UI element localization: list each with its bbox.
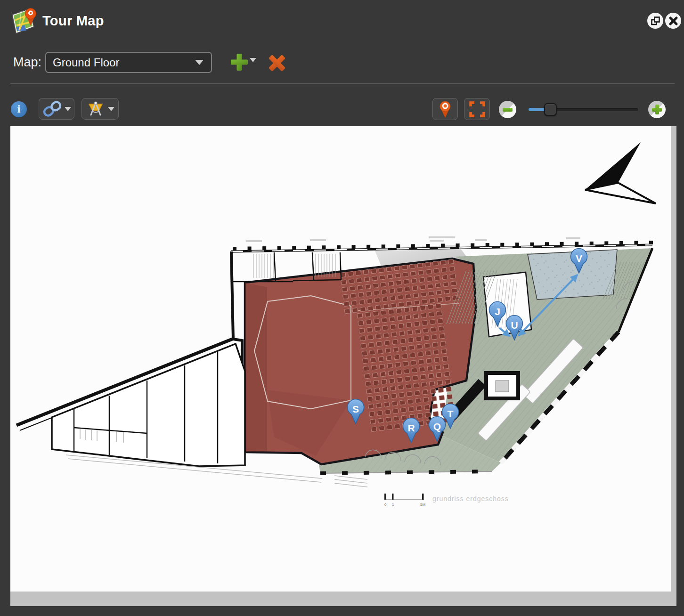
map-viewport[interactable]: 0 1 5M grundriss erdgeschoss VJUSRQT xyxy=(10,126,671,592)
floor-plan-canvas[interactable]: 0 1 5M grundriss erdgeschoss VJUSRQT xyxy=(10,126,671,592)
svg-text:R: R xyxy=(407,422,415,433)
fit-view-button[interactable] xyxy=(464,98,490,120)
north-arrow-icon xyxy=(585,142,656,203)
chevron-down-icon xyxy=(195,60,204,65)
tour-map-window: { "window": { "title": "Tour Map" }, "ma… xyxy=(0,0,684,616)
add-marker-button[interactable] xyxy=(432,98,458,120)
info-button[interactable]: i xyxy=(11,101,27,117)
map-label: Map: xyxy=(13,41,41,83)
svg-text:J: J xyxy=(495,306,500,317)
fit-view-icon xyxy=(469,101,486,118)
zoom-in-icon xyxy=(652,105,662,114)
chevron-down-icon xyxy=(108,107,114,111)
svg-text:U: U xyxy=(511,320,518,331)
svg-text:V: V xyxy=(576,253,582,264)
orange-pin-icon xyxy=(437,100,453,119)
duplicate-window-icon xyxy=(651,16,660,26)
chevron-down-icon xyxy=(250,58,256,62)
horizontal-scrollbar[interactable] xyxy=(10,592,676,606)
vertical-scrollbar[interactable] xyxy=(671,126,676,592)
window-title: Tour Map xyxy=(42,0,104,41)
zoom-slider-handle[interactable] xyxy=(544,103,557,116)
svg-text:1: 1 xyxy=(392,503,394,507)
plan-annotation-smudges xyxy=(246,236,580,242)
map-dropdown[interactable]: Ground Floor xyxy=(45,52,212,73)
svg-text:S: S xyxy=(352,404,359,414)
close-icon xyxy=(668,16,678,26)
plan-caption: grundriss erdgeschoss xyxy=(432,495,509,503)
zoom-out-icon xyxy=(503,108,513,112)
zoom-slider[interactable] xyxy=(529,101,638,118)
map-dropdown-value: Ground Floor xyxy=(46,56,195,69)
chevron-down-icon xyxy=(65,107,71,111)
auditorium xyxy=(245,259,476,464)
tour-map-icon xyxy=(9,5,38,36)
detach-window-button[interactable] xyxy=(647,13,663,29)
green-plus-icon xyxy=(229,52,250,73)
svg-text:T: T xyxy=(448,408,454,419)
map-toolbar: i xyxy=(0,84,684,126)
scale-bar: 0 1 5M grundriss erdgeschoss xyxy=(384,494,509,507)
chain-link-icon xyxy=(42,101,62,117)
zoom-out-button[interactable] xyxy=(499,101,516,118)
red-cross-icon xyxy=(267,53,287,73)
drafting-compass-icon xyxy=(86,101,106,117)
zoom-in-button[interactable] xyxy=(648,101,666,118)
modify-marker-button[interactable] xyxy=(81,98,119,120)
link-nodes-button[interactable] xyxy=(39,98,74,120)
close-window-button[interactable] xyxy=(665,13,681,29)
svg-text:Q: Q xyxy=(433,421,441,432)
title-bar: Tour Map xyxy=(0,0,684,41)
add-map-button[interactable] xyxy=(229,52,256,73)
delete-map-button[interactable] xyxy=(267,53,287,73)
svg-text:5M: 5M xyxy=(420,503,425,507)
map-selector-row: Map: Ground Floor xyxy=(0,41,684,83)
svg-text:0: 0 xyxy=(384,503,387,507)
